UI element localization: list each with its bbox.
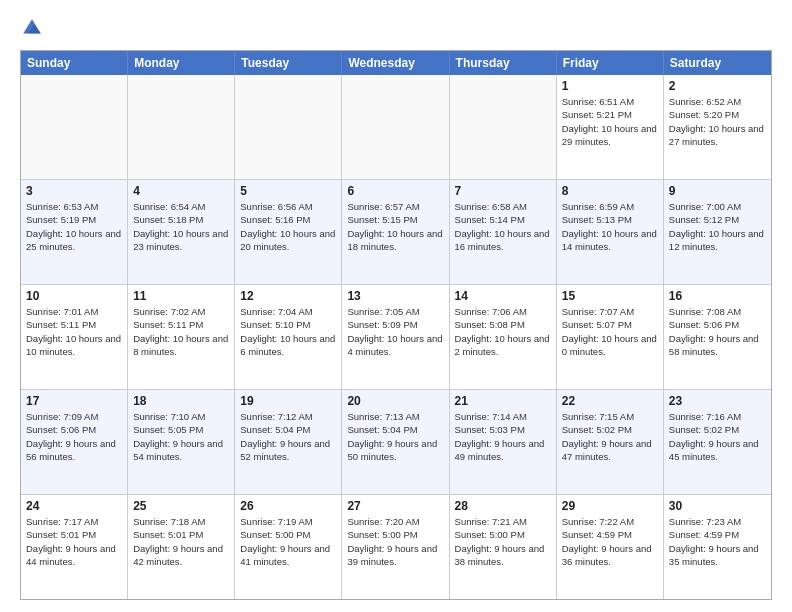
day-number: 13 [347, 289, 443, 303]
weekday-header: Wednesday [342, 51, 449, 75]
calendar-row: 24Sunrise: 7:17 AMSunset: 5:01 PMDayligh… [21, 494, 771, 599]
day-number: 17 [26, 394, 122, 408]
day-number: 3 [26, 184, 122, 198]
day-cell: 23Sunrise: 7:16 AMSunset: 5:02 PMDayligh… [664, 390, 771, 494]
day-info: Sunrise: 7:17 AMSunset: 5:01 PMDaylight:… [26, 515, 122, 568]
calendar-row: 3Sunrise: 6:53 AMSunset: 5:19 PMDaylight… [21, 179, 771, 284]
day-info: Sunrise: 7:18 AMSunset: 5:01 PMDaylight:… [133, 515, 229, 568]
day-info: Sunrise: 7:13 AMSunset: 5:04 PMDaylight:… [347, 410, 443, 463]
day-number: 27 [347, 499, 443, 513]
day-info: Sunrise: 7:19 AMSunset: 5:00 PMDaylight:… [240, 515, 336, 568]
weekday-header: Friday [557, 51, 664, 75]
calendar-row: 10Sunrise: 7:01 AMSunset: 5:11 PMDayligh… [21, 284, 771, 389]
weekday-header: Saturday [664, 51, 771, 75]
day-info: Sunrise: 6:53 AMSunset: 5:19 PMDaylight:… [26, 200, 122, 253]
weekday-header: Thursday [450, 51, 557, 75]
day-cell: 15Sunrise: 7:07 AMSunset: 5:07 PMDayligh… [557, 285, 664, 389]
day-info: Sunrise: 7:00 AMSunset: 5:12 PMDaylight:… [669, 200, 766, 253]
header [20, 16, 772, 40]
day-cell: 10Sunrise: 7:01 AMSunset: 5:11 PMDayligh… [21, 285, 128, 389]
empty-cell [235, 75, 342, 179]
day-cell: 16Sunrise: 7:08 AMSunset: 5:06 PMDayligh… [664, 285, 771, 389]
day-number: 21 [455, 394, 551, 408]
day-cell: 25Sunrise: 7:18 AMSunset: 5:01 PMDayligh… [128, 495, 235, 599]
empty-cell [450, 75, 557, 179]
day-number: 30 [669, 499, 766, 513]
day-info: Sunrise: 6:51 AMSunset: 5:21 PMDaylight:… [562, 95, 658, 148]
day-info: Sunrise: 7:21 AMSunset: 5:00 PMDaylight:… [455, 515, 551, 568]
day-cell: 3Sunrise: 6:53 AMSunset: 5:19 PMDaylight… [21, 180, 128, 284]
day-cell: 5Sunrise: 6:56 AMSunset: 5:16 PMDaylight… [235, 180, 342, 284]
calendar-row: 17Sunrise: 7:09 AMSunset: 5:06 PMDayligh… [21, 389, 771, 494]
day-cell: 17Sunrise: 7:09 AMSunset: 5:06 PMDayligh… [21, 390, 128, 494]
day-info: Sunrise: 6:52 AMSunset: 5:20 PMDaylight:… [669, 95, 766, 148]
day-number: 18 [133, 394, 229, 408]
day-number: 14 [455, 289, 551, 303]
day-number: 19 [240, 394, 336, 408]
day-number: 10 [26, 289, 122, 303]
day-info: Sunrise: 7:22 AMSunset: 4:59 PMDaylight:… [562, 515, 658, 568]
calendar-header: SundayMondayTuesdayWednesdayThursdayFrid… [21, 51, 771, 75]
day-number: 26 [240, 499, 336, 513]
weekday-header: Tuesday [235, 51, 342, 75]
empty-cell [21, 75, 128, 179]
day-cell: 28Sunrise: 7:21 AMSunset: 5:00 PMDayligh… [450, 495, 557, 599]
day-number: 25 [133, 499, 229, 513]
day-info: Sunrise: 6:56 AMSunset: 5:16 PMDaylight:… [240, 200, 336, 253]
day-number: 2 [669, 79, 766, 93]
empty-cell [128, 75, 235, 179]
day-cell: 12Sunrise: 7:04 AMSunset: 5:10 PMDayligh… [235, 285, 342, 389]
day-info: Sunrise: 7:15 AMSunset: 5:02 PMDaylight:… [562, 410, 658, 463]
day-cell: 7Sunrise: 6:58 AMSunset: 5:14 PMDaylight… [450, 180, 557, 284]
day-cell: 2Sunrise: 6:52 AMSunset: 5:20 PMDaylight… [664, 75, 771, 179]
day-number: 22 [562, 394, 658, 408]
day-number: 1 [562, 79, 658, 93]
day-cell: 22Sunrise: 7:15 AMSunset: 5:02 PMDayligh… [557, 390, 664, 494]
day-info: Sunrise: 7:20 AMSunset: 5:00 PMDaylight:… [347, 515, 443, 568]
day-info: Sunrise: 7:23 AMSunset: 4:59 PMDaylight:… [669, 515, 766, 568]
day-number: 4 [133, 184, 229, 198]
day-info: Sunrise: 7:01 AMSunset: 5:11 PMDaylight:… [26, 305, 122, 358]
day-number: 28 [455, 499, 551, 513]
day-cell: 21Sunrise: 7:14 AMSunset: 5:03 PMDayligh… [450, 390, 557, 494]
day-cell: 9Sunrise: 7:00 AMSunset: 5:12 PMDaylight… [664, 180, 771, 284]
day-number: 29 [562, 499, 658, 513]
day-info: Sunrise: 6:57 AMSunset: 5:15 PMDaylight:… [347, 200, 443, 253]
day-cell: 20Sunrise: 7:13 AMSunset: 5:04 PMDayligh… [342, 390, 449, 494]
empty-cell [342, 75, 449, 179]
day-cell: 26Sunrise: 7:19 AMSunset: 5:00 PMDayligh… [235, 495, 342, 599]
day-cell: 18Sunrise: 7:10 AMSunset: 5:05 PMDayligh… [128, 390, 235, 494]
day-cell: 29Sunrise: 7:22 AMSunset: 4:59 PMDayligh… [557, 495, 664, 599]
day-number: 8 [562, 184, 658, 198]
day-number: 16 [669, 289, 766, 303]
day-cell: 8Sunrise: 6:59 AMSunset: 5:13 PMDaylight… [557, 180, 664, 284]
day-number: 23 [669, 394, 766, 408]
day-cell: 11Sunrise: 7:02 AMSunset: 5:11 PMDayligh… [128, 285, 235, 389]
day-info: Sunrise: 7:09 AMSunset: 5:06 PMDaylight:… [26, 410, 122, 463]
logo [20, 16, 48, 40]
day-number: 9 [669, 184, 766, 198]
weekday-header: Sunday [21, 51, 128, 75]
day-cell: 24Sunrise: 7:17 AMSunset: 5:01 PMDayligh… [21, 495, 128, 599]
day-cell: 6Sunrise: 6:57 AMSunset: 5:15 PMDaylight… [342, 180, 449, 284]
day-info: Sunrise: 6:59 AMSunset: 5:13 PMDaylight:… [562, 200, 658, 253]
day-info: Sunrise: 7:12 AMSunset: 5:04 PMDaylight:… [240, 410, 336, 463]
day-number: 11 [133, 289, 229, 303]
day-cell: 27Sunrise: 7:20 AMSunset: 5:00 PMDayligh… [342, 495, 449, 599]
day-info: Sunrise: 7:14 AMSunset: 5:03 PMDaylight:… [455, 410, 551, 463]
day-cell: 4Sunrise: 6:54 AMSunset: 5:18 PMDaylight… [128, 180, 235, 284]
day-cell: 30Sunrise: 7:23 AMSunset: 4:59 PMDayligh… [664, 495, 771, 599]
day-info: Sunrise: 7:08 AMSunset: 5:06 PMDaylight:… [669, 305, 766, 358]
calendar: SundayMondayTuesdayWednesdayThursdayFrid… [20, 50, 772, 600]
day-number: 20 [347, 394, 443, 408]
day-number: 5 [240, 184, 336, 198]
day-cell: 1Sunrise: 6:51 AMSunset: 5:21 PMDaylight… [557, 75, 664, 179]
day-info: Sunrise: 7:06 AMSunset: 5:08 PMDaylight:… [455, 305, 551, 358]
day-info: Sunrise: 7:16 AMSunset: 5:02 PMDaylight:… [669, 410, 766, 463]
day-info: Sunrise: 6:54 AMSunset: 5:18 PMDaylight:… [133, 200, 229, 253]
day-cell: 13Sunrise: 7:05 AMSunset: 5:09 PMDayligh… [342, 285, 449, 389]
day-info: Sunrise: 7:10 AMSunset: 5:05 PMDaylight:… [133, 410, 229, 463]
calendar-row: 1Sunrise: 6:51 AMSunset: 5:21 PMDaylight… [21, 75, 771, 179]
day-number: 6 [347, 184, 443, 198]
day-cell: 19Sunrise: 7:12 AMSunset: 5:04 PMDayligh… [235, 390, 342, 494]
